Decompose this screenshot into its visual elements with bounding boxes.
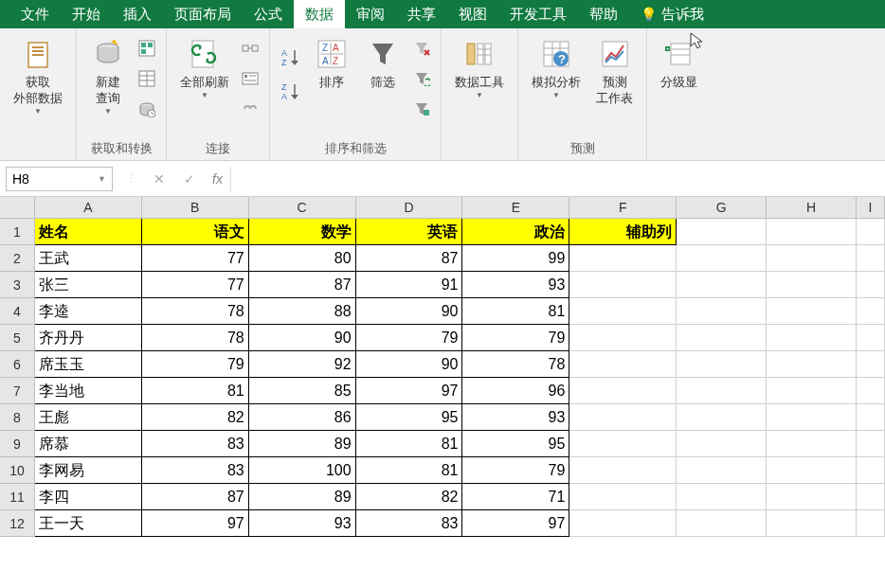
sort-button[interactable]: ZAAZ 排序 — [308, 33, 355, 95]
cell-math[interactable]: 86 — [249, 404, 356, 431]
cell-chinese[interactable]: 77 — [142, 272, 249, 298]
reapply-button[interactable] — [410, 67, 433, 90]
cell[interactable] — [857, 219, 885, 245]
cell-math[interactable]: 93 — [249, 510, 356, 537]
cell-chinese[interactable]: 77 — [142, 245, 249, 272]
cell[interactable] — [857, 378, 885, 404]
tell-me[interactable]: 💡 告诉我 — [629, 0, 715, 28]
cell[interactable] — [767, 457, 857, 484]
col-header-a[interactable]: A — [35, 197, 142, 219]
cell[interactable] — [677, 404, 767, 431]
cell-name[interactable]: 张三 — [35, 272, 142, 298]
connections-button[interactable] — [239, 37, 262, 60]
cell-name[interactable]: 席玉玉 — [35, 351, 142, 378]
col-header-e[interactable]: E — [462, 197, 569, 219]
cell-header-english[interactable]: 英语 — [356, 219, 463, 245]
cell[interactable] — [677, 298, 767, 325]
row-header[interactable]: 8 — [0, 404, 35, 431]
cell[interactable] — [569, 510, 677, 537]
cell[interactable] — [677, 219, 767, 245]
cell[interactable] — [677, 510, 767, 537]
cell-name[interactable]: 李四 — [35, 484, 142, 510]
cell-math[interactable]: 92 — [249, 351, 356, 378]
new-query-button[interactable]: 新建 查询 ▼ — [84, 33, 132, 119]
menu-formulas[interactable]: 公式 — [243, 0, 294, 28]
row-header[interactable]: 7 — [0, 378, 35, 404]
cell[interactable] — [767, 272, 857, 298]
cell[interactable] — [857, 484, 885, 510]
get-external-data-button[interactable]: 获取 外部数据 ▼ — [8, 33, 68, 119]
cell-header-chinese[interactable]: 语文 — [142, 219, 249, 245]
refresh-all-button[interactable]: 全部刷新 ▼ — [174, 33, 235, 103]
cell-name[interactable]: 席慕 — [35, 431, 142, 457]
clear-filter-button[interactable] — [410, 37, 433, 60]
row-header[interactable]: 5 — [0, 325, 35, 351]
cell-english[interactable]: 90 — [356, 298, 463, 325]
cell-math[interactable]: 89 — [249, 484, 356, 510]
cell[interactable] — [767, 378, 857, 404]
row-header[interactable]: 6 — [0, 351, 35, 378]
row-header[interactable]: 4 — [0, 298, 35, 325]
cell-header-math[interactable]: 数学 — [249, 219, 356, 245]
cell[interactable] — [857, 431, 885, 457]
menu-review[interactable]: 审阅 — [345, 0, 396, 28]
recent-sources-button[interactable] — [135, 98, 158, 120]
cell-math[interactable]: 87 — [249, 272, 356, 298]
cell-politics[interactable]: 99 — [462, 245, 569, 272]
cell-name[interactable]: 王一天 — [35, 510, 142, 537]
cell[interactable] — [677, 245, 767, 272]
cell-chinese[interactable]: 78 — [142, 298, 249, 325]
cell[interactable] — [569, 351, 677, 378]
cell-politics[interactable]: 96 — [462, 378, 569, 404]
fx-icon[interactable]: fx — [205, 171, 230, 187]
cell[interactable] — [767, 325, 857, 351]
cell-politics[interactable]: 97 — [462, 510, 569, 537]
cell-name[interactable]: 李当地 — [35, 378, 142, 404]
cell-politics[interactable]: 79 — [462, 325, 569, 351]
sort-desc-button[interactable]: ZA — [278, 79, 304, 105]
cell-politics[interactable]: 93 — [462, 404, 569, 431]
cell-math[interactable]: 88 — [249, 298, 356, 325]
formula-input[interactable] — [230, 167, 885, 191]
row-header[interactable]: 3 — [0, 272, 35, 298]
cell[interactable] — [569, 431, 677, 457]
cell-english[interactable]: 97 — [356, 378, 463, 404]
cell-chinese[interactable]: 81 — [142, 378, 249, 404]
row-header[interactable]: 11 — [0, 484, 35, 510]
cell[interactable] — [857, 510, 885, 537]
cell[interactable] — [677, 351, 767, 378]
cell-english[interactable]: 91 — [356, 272, 463, 298]
cell[interactable] — [857, 457, 885, 484]
cell-politics[interactable]: 81 — [462, 298, 569, 325]
cell-politics[interactable]: 95 — [462, 431, 569, 457]
cancel-formula-button[interactable]: ✕ — [144, 171, 174, 187]
cell-name[interactable]: 李逵 — [35, 298, 142, 325]
cell-chinese[interactable]: 87 — [142, 484, 249, 510]
cell[interactable] — [857, 404, 885, 431]
row-header[interactable]: 2 — [0, 245, 35, 272]
menu-data[interactable]: 数据 — [294, 0, 345, 28]
cell-politics[interactable]: 93 — [462, 272, 569, 298]
cell-name[interactable]: 李网易 — [35, 457, 142, 484]
cell-chinese[interactable]: 82 — [142, 404, 249, 431]
sort-asc-button[interactable]: AZ — [278, 45, 304, 71]
cell[interactable] — [677, 272, 767, 298]
row-header[interactable]: 12 — [0, 510, 35, 537]
col-header-b[interactable]: B — [142, 197, 249, 219]
cell[interactable] — [569, 298, 677, 325]
col-header-h[interactable]: H — [767, 197, 857, 219]
cell[interactable] — [569, 484, 677, 510]
col-header-g[interactable]: G — [677, 197, 767, 219]
select-all-corner[interactable] — [0, 197, 35, 219]
cell-chinese[interactable]: 78 — [142, 325, 249, 351]
row-header[interactable]: 10 — [0, 457, 35, 484]
forecast-sheet-button[interactable]: 预测 工作表 — [590, 33, 639, 111]
cell[interactable] — [569, 378, 677, 404]
data-tools-button[interactable]: 数据工具 ▼ — [449, 33, 510, 103]
properties-button[interactable] — [239, 67, 262, 90]
cell[interactable] — [569, 245, 677, 272]
cell-math[interactable]: 89 — [249, 431, 356, 457]
cell[interactable] — [767, 510, 857, 537]
cell[interactable] — [569, 404, 677, 431]
cell[interactable] — [767, 245, 857, 272]
